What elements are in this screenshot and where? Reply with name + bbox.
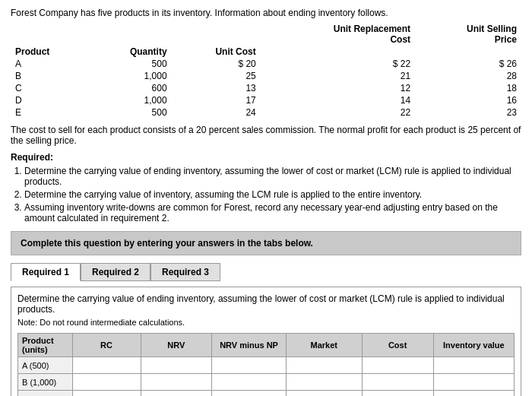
row-label: A (500) (18, 357, 73, 374)
tab-description: Determine the carrying value of ending i… (17, 293, 515, 315)
row-input-cost[interactable] (362, 357, 433, 374)
row-input-cost[interactable] (362, 391, 433, 397)
inventory-row: A 500 $ 20 $ 22 $ 26 (11, 58, 521, 70)
inv-product: E (11, 106, 89, 119)
intro-text: Forest Company has five products in its … (11, 8, 521, 18)
row-input-nrv[interactable] (141, 357, 211, 374)
tab-content-area: Determine the carrying value of ending i… (11, 287, 521, 396)
inventory-row: C 600 13 12 18 (11, 82, 521, 94)
inventory-table: Unit ReplacementCost Unit SellingPrice P… (11, 23, 521, 119)
col-replacement: Unit ReplacementCost (261, 23, 415, 46)
inv-selling: 28 (415, 70, 521, 82)
row-input-nrv_minus_np[interactable] (212, 391, 287, 397)
required-section: Required: Determine the carrying value o… (11, 152, 521, 223)
table-row: A (500) (18, 357, 515, 374)
inv-quantity: 1,000 (89, 94, 172, 106)
col-product-label: Product (11, 46, 89, 58)
col-product (11, 23, 89, 46)
inv-selling: 16 (415, 94, 521, 106)
inv-unit-cost: 17 (172, 94, 261, 106)
inv-unit-cost: 13 (172, 82, 261, 94)
inventory-row: E 500 24 22 23 (11, 106, 521, 119)
inv-quantity: 500 (89, 58, 172, 70)
tab-required-1[interactable]: Required 1 (11, 263, 81, 281)
inv-unit-cost: 25 (172, 70, 261, 82)
col-selling-label (415, 46, 521, 58)
row-input-nrv_minus_np[interactable] (212, 374, 287, 391)
cell-input-rc[interactable] (77, 378, 137, 387)
col-quantity-label: Quantity (89, 46, 172, 58)
row-input-nrv[interactable] (141, 374, 211, 391)
required-item-3: Assuming inventory write-downs are commo… (24, 202, 521, 223)
inv-selling: $ 26 (415, 58, 521, 70)
tab-required-2[interactable]: Required 2 (81, 263, 150, 281)
inv-replacement: 12 (261, 82, 415, 94)
col-unit-cost (172, 23, 261, 46)
cell-input-nrv[interactable] (145, 378, 207, 387)
row-input-nrv[interactable] (141, 391, 211, 397)
cell-input-inv_value[interactable] (438, 378, 510, 387)
cell-input-inv_value[interactable] (438, 361, 510, 370)
row-input-market[interactable] (287, 374, 362, 391)
cell-input-nrv_minus_np[interactable] (216, 361, 282, 370)
inventory-row: B 1,000 25 21 28 (11, 70, 521, 82)
row-input-rc[interactable] (72, 357, 141, 374)
required-item-1: Determine the carrying value of ending i… (24, 166, 521, 187)
row-input-rc[interactable] (72, 391, 141, 397)
data-col-header: NRV minus NP (212, 334, 287, 357)
inv-replacement: 22 (261, 106, 415, 119)
data-col-header: Product (units) (18, 334, 73, 357)
row-input-inv_value[interactable] (433, 391, 514, 397)
row-input-cost[interactable] (362, 374, 433, 391)
col-unit-cost-label: Unit Cost (172, 46, 261, 58)
col-replacement-label (261, 46, 415, 58)
required-item-2: Determine the carrying value of inventor… (24, 189, 521, 200)
inv-replacement: 21 (261, 70, 415, 82)
data-col-header: RC (72, 334, 141, 357)
col-quantity (89, 23, 172, 46)
cell-input-market[interactable] (290, 361, 357, 370)
inv-quantity: 600 (89, 82, 172, 94)
tab-required-3[interactable]: Required 3 (150, 263, 220, 281)
data-col-header: Market (287, 334, 362, 357)
tab-note: Note: Do not round intermediate calculat… (17, 318, 515, 327)
cost-note: The cost to sell for each product consis… (11, 125, 521, 146)
cell-input-cost[interactable] (366, 361, 429, 370)
inv-quantity: 1,000 (89, 70, 172, 82)
inv-product: B (11, 70, 89, 82)
inv-replacement: $ 22 (261, 58, 415, 70)
table-row: B (1,000) (18, 374, 515, 391)
cell-input-nrv[interactable] (145, 361, 207, 370)
row-input-rc[interactable] (72, 374, 141, 391)
inv-product: D (11, 94, 89, 106)
row-input-nrv_minus_np[interactable] (212, 357, 287, 374)
data-col-header: Inventory value (433, 334, 514, 357)
cell-input-market[interactable] (290, 378, 357, 387)
col-selling: Unit SellingPrice (415, 23, 521, 46)
inv-product: C (11, 82, 89, 94)
required-title: Required: (11, 152, 521, 163)
data-col-header: NRV (141, 334, 211, 357)
cell-input-nrv_minus_np[interactable] (216, 378, 282, 387)
cell-input-cost[interactable] (366, 378, 429, 387)
data-col-header: Cost (362, 334, 433, 357)
lcm-data-table: Product (units)RCNRVNRV minus NPMarketCo… (17, 333, 515, 396)
row-input-inv_value[interactable] (433, 357, 514, 374)
cell-input-rc[interactable] (77, 361, 137, 370)
inv-selling: 23 (415, 106, 521, 119)
inventory-row: D 1,000 17 14 16 (11, 94, 521, 106)
required-list: Determine the carrying value of ending i… (11, 166, 521, 223)
tabs-row: Required 1 Required 2 Required 3 (11, 263, 521, 281)
inv-product: A (11, 58, 89, 70)
inv-unit-cost: $ 20 (172, 58, 261, 70)
row-input-market[interactable] (287, 391, 362, 397)
complete-box: Complete this question by entering your … (11, 231, 521, 255)
inv-quantity: 500 (89, 106, 172, 119)
row-input-market[interactable] (287, 357, 362, 374)
table-row: C (600) (18, 391, 515, 397)
inv-selling: 18 (415, 82, 521, 94)
inv-replacement: 14 (261, 94, 415, 106)
inv-unit-cost: 24 (172, 106, 261, 119)
row-input-inv_value[interactable] (433, 374, 514, 391)
row-label: C (600) (18, 391, 73, 397)
